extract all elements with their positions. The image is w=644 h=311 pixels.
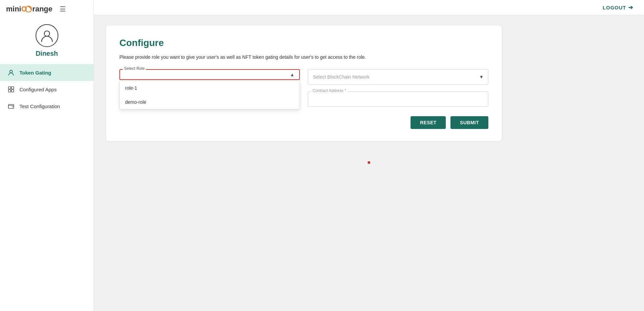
- wallet-icon: [7, 102, 15, 110]
- select-role-dropdown: role-1 demo-role: [119, 81, 300, 109]
- svg-point-1: [31, 8, 32, 9]
- hamburger-icon[interactable]: ☰: [60, 5, 66, 13]
- username: Dinesh: [36, 50, 58, 57]
- select-role-label: Select Role: [123, 66, 146, 71]
- avatar: [36, 24, 58, 47]
- sidebar-header: mini O range ☰: [0, 0, 94, 18]
- blockchain-select[interactable]: Select BlockChain Network ▼: [308, 69, 488, 85]
- grid-icon: [7, 86, 15, 93]
- contract-address-input[interactable]: [308, 91, 488, 107]
- svg-rect-6: [8, 90, 11, 92]
- sidebar-item-token-gating[interactable]: Token Gating: [0, 64, 94, 81]
- topbar: LOGOUT ➔: [94, 0, 644, 15]
- configure-title: Configure: [119, 38, 488, 48]
- svg-rect-4: [8, 87, 11, 89]
- svg-rect-8: [8, 104, 14, 108]
- main-wrapper: LOGOUT ➔ Configure Please provide role y…: [94, 0, 644, 311]
- blockchain-network-wrapper: Select BlockChain Network ▼: [308, 69, 488, 85]
- configure-card: Configure Please provide role you want t…: [106, 26, 502, 141]
- sidebar-item-label-test-configuration: Test Configuration: [19, 103, 60, 109]
- main-content: Configure Please provide role you want t…: [94, 15, 644, 311]
- sidebar-nav: Token Gating Configured Apps: [0, 64, 94, 115]
- contract-address-label: Contract Address *: [311, 88, 347, 93]
- blockchain-arrow-icon: ▼: [479, 74, 484, 80]
- select-role-arrow-icon: ▲: [290, 72, 294, 77]
- dropdown-item-role1[interactable]: role-1: [120, 81, 300, 95]
- sidebar-item-label-configured-apps: Configured Apps: [19, 87, 57, 92]
- sidebar: mini O range ☰ Dinesh: [0, 0, 94, 311]
- dropdown-item-demo-role[interactable]: demo-role: [120, 95, 300, 109]
- svg-point-3: [10, 70, 12, 73]
- logo-icon: [25, 5, 32, 13]
- logo: mini O range: [6, 5, 52, 13]
- logout-icon: ➔: [628, 4, 633, 11]
- form-row-1: Select Role ▲ role-1 demo-role Select Bl…: [119, 69, 488, 85]
- svg-rect-9: [12, 106, 13, 107]
- person-icon: [7, 69, 15, 76]
- person-avatar-icon: [40, 28, 54, 43]
- sidebar-item-configured-apps[interactable]: Configured Apps: [0, 81, 94, 98]
- select-role-input[interactable]: ▲: [119, 69, 300, 80]
- sidebar-item-label-token-gating: Token Gating: [19, 70, 51, 76]
- logout-button[interactable]: LOGOUT ➔: [603, 4, 633, 11]
- blockchain-placeholder: Select BlockChain Network: [313, 74, 475, 80]
- svg-rect-7: [11, 90, 14, 92]
- svg-point-2: [44, 31, 50, 36]
- submit-button[interactable]: SUBMIT: [450, 116, 488, 129]
- reset-button[interactable]: RESET: [411, 116, 446, 129]
- buttons-row: RESET SUBMIT: [119, 116, 488, 129]
- red-dot: [368, 161, 370, 164]
- logout-label: LOGOUT: [603, 5, 626, 10]
- configure-description: Please provide role you want to give you…: [119, 54, 488, 60]
- select-role-wrapper: Select Role ▲ role-1 demo-role: [119, 69, 300, 80]
- contract-address-wrapper: Contract Address *: [308, 91, 488, 107]
- sidebar-item-test-configuration[interactable]: Test Configuration: [0, 98, 94, 115]
- avatar-area: Dinesh: [36, 24, 58, 57]
- svg-rect-5: [11, 87, 14, 89]
